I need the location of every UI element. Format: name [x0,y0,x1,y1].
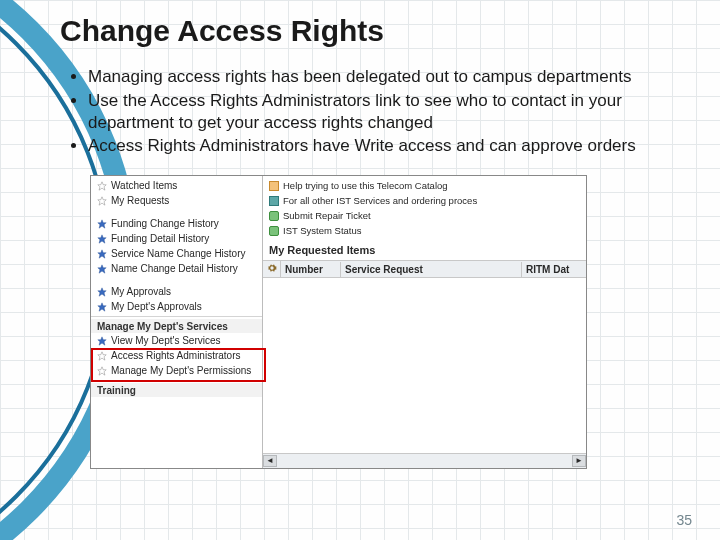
sidebar-item-label: Name Change Detail History [111,262,238,275]
sidebar-item-my-approvals[interactable]: My Approvals [91,284,262,299]
sidebar-item-service-name-change-history[interactable]: Service Name Change History [91,246,262,261]
sidebar-item-label: Manage My Dept's Permissions [111,364,251,377]
sidebar-item-watched[interactable]: Watched Items [91,178,262,193]
sidebar-item-label: My Approvals [111,285,171,298]
help-link-label: Submit Repair Ticket [283,209,371,222]
main-panel: Help trying to use this Telecom Catalog … [263,176,586,468]
svg-marker-8 [98,336,106,344]
star-icon [97,181,107,191]
table-title: My Requested Items [263,238,586,260]
star-icon [97,336,107,346]
help-link-ist-services[interactable]: For all other IST Services and ordering … [263,193,586,208]
sidebar-section-training: Training [91,383,262,397]
sidebar-item-manage-my-depts-permissions[interactable]: Manage My Dept's Permissions [91,363,262,378]
star-icon [97,249,107,259]
help-link-label: For all other IST Services and ordering … [283,194,477,207]
help-icon [269,181,279,191]
sidebar-item-depts-approvals[interactable]: My Dept's Approvals [91,299,262,314]
sidebar-item-label: My Dept's Approvals [111,300,202,313]
sidebar: Watched Items My Requests Funding Change… [91,176,263,468]
star-icon [97,264,107,274]
star-icon [97,234,107,244]
help-link-repair-ticket[interactable]: Submit Repair Ticket [263,208,586,223]
sidebar-item-label: Watched Items [111,179,177,192]
svg-marker-2 [98,219,106,227]
star-icon [97,219,107,229]
star-icon [97,196,107,206]
svg-marker-3 [98,234,106,242]
gear-icon [267,263,277,273]
sidebar-item-label: My Requests [111,194,169,207]
horizontal-scrollbar[interactable]: ◄ ► [263,453,586,468]
bullet-item: Access Rights Administrators have Write … [88,135,690,157]
svg-marker-9 [98,351,106,359]
sidebar-item-myrequests[interactable]: My Requests [91,193,262,208]
star-icon [97,351,107,361]
sidebar-section-manage: Manage My Dept's Services [91,319,262,333]
column-number[interactable]: Number [281,262,341,277]
sidebar-item-access-rights-administrators[interactable]: Access Rights Administrators [91,348,262,363]
svg-marker-10 [98,366,106,374]
sidebar-item-label: Funding Change History [111,217,219,230]
svg-marker-5 [98,264,106,272]
sidebar-item-label: View My Dept's Services [111,334,221,347]
svg-marker-4 [98,249,106,257]
book-icon [269,196,279,206]
bullet-list: Managing access rights has been delegate… [60,66,690,157]
column-service-request[interactable]: Service Request [341,262,522,277]
page-number: 35 [676,512,692,528]
sidebar-item-funding-detail-history[interactable]: Funding Detail History [91,231,262,246]
ticket-icon [269,211,279,221]
bullet-item: Use the Access Rights Administrators lin… [88,90,690,134]
help-link-catalog[interactable]: Help trying to use this Telecom Catalog [263,178,586,193]
svg-marker-6 [98,287,106,295]
help-link-label: Help trying to use this Telecom Catalog [283,179,448,192]
sidebar-item-label: Funding Detail History [111,232,209,245]
help-link-label: IST System Status [283,224,362,237]
scroll-right-button[interactable]: ► [572,455,586,467]
gear-column[interactable] [263,261,281,277]
bullet-item: Managing access rights has been delegate… [88,66,690,88]
star-icon [97,366,107,376]
status-icon [269,226,279,236]
sidebar-item-name-change-detail-history[interactable]: Name Change Detail History [91,261,262,276]
star-icon [97,302,107,312]
column-ritm-date[interactable]: RITM Dat [522,262,586,277]
sidebar-item-funding-change-history[interactable]: Funding Change History [91,216,262,231]
help-link-system-status[interactable]: IST System Status [263,223,586,238]
table-header: Number Service Request RITM Dat [263,260,586,278]
page-title: Change Access Rights [60,14,690,48]
svg-marker-0 [98,181,106,189]
svg-marker-1 [98,196,106,204]
embedded-app-screenshot: Watched Items My Requests Funding Change… [90,175,587,469]
scroll-left-button[interactable]: ◄ [263,455,277,467]
star-icon [97,287,107,297]
sidebar-item-label: Access Rights Administrators [111,349,241,362]
svg-marker-7 [98,302,106,310]
sidebar-item-view-my-depts-services[interactable]: View My Dept's Services [91,333,262,348]
sidebar-item-label: Service Name Change History [111,247,246,260]
